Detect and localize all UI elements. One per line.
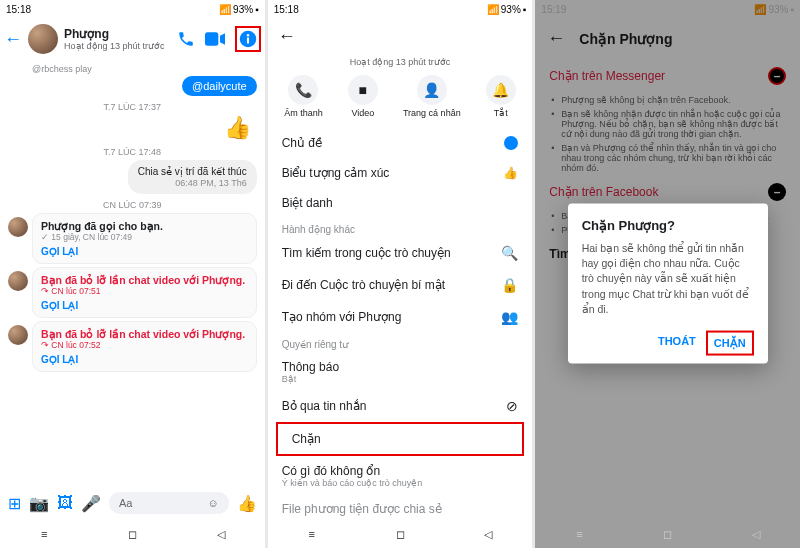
back-nav-icon[interactable]: ◁ bbox=[747, 525, 765, 543]
activity-status: Hoạt động 13 phút trước bbox=[64, 41, 165, 51]
svg-rect-0 bbox=[205, 32, 218, 45]
audio-action[interactable]: 📞Âm thanh bbox=[284, 75, 323, 118]
notif-sub: Bật bbox=[268, 374, 533, 390]
search-icon: 🔍 bbox=[501, 245, 518, 261]
group-icon: 👥 bbox=[501, 309, 518, 325]
camera-icon[interactable]: 📷 bbox=[29, 494, 49, 513]
avatar[interactable] bbox=[28, 24, 58, 54]
avatar-small bbox=[8, 217, 28, 237]
home-icon[interactable]: ◻ bbox=[123, 525, 141, 543]
recents-icon[interactable]: ≡ bbox=[35, 525, 53, 543]
mic-icon[interactable]: 🎤 bbox=[81, 494, 101, 513]
emoji-icon[interactable]: ☺ bbox=[207, 497, 218, 509]
composer: ⊞ 📷 🖼 🎤 Aa ☺ 👍 bbox=[0, 486, 265, 520]
video-call-icon[interactable] bbox=[205, 32, 225, 46]
avatar-small bbox=[8, 325, 28, 345]
android-navbar: ≡ ◻ ◁ bbox=[0, 520, 265, 548]
confirm-dialog: Chặn Phượng? Hai bạn sẽ không thể gửi ti… bbox=[568, 204, 768, 364]
status-bar: 15:18 📶93%▪ bbox=[0, 0, 265, 18]
dialog-title: Chặn Phượng? bbox=[582, 218, 754, 233]
android-navbar: ≡ ◻ ◁ bbox=[535, 520, 800, 548]
avatar-small bbox=[8, 271, 28, 291]
header-title-block[interactable]: Phượng Hoạt động 13 phút trước bbox=[64, 27, 165, 51]
row-secret[interactable]: Đi đến Cuộc trò chuyện bí mật🔒 bbox=[268, 269, 533, 301]
callback-button[interactable]: GỌI LẠI bbox=[41, 246, 248, 257]
status-icons: 📶93%▪ bbox=[219, 4, 259, 15]
row-block[interactable]: Chặn bbox=[276, 422, 525, 456]
video-action[interactable]: ■Video bbox=[348, 75, 378, 118]
info-icon[interactable] bbox=[235, 26, 261, 52]
timestamp: CN LÚC 07:39 bbox=[8, 200, 257, 210]
callback-button[interactable]: GỌI LẠI bbox=[41, 300, 248, 311]
status-bar: 15:18 📶93%▪ bbox=[268, 0, 533, 18]
clock: 15:18 bbox=[6, 4, 31, 15]
timestamp: T.7 LÚC 17:37 bbox=[8, 102, 257, 112]
row-group[interactable]: Tạo nhóm với Phượng👥 bbox=[268, 301, 533, 333]
section-other: Hành động khác bbox=[268, 218, 533, 237]
mute-action[interactable]: 🔔Tắt bbox=[486, 75, 516, 118]
recents-icon[interactable]: ≡ bbox=[570, 525, 588, 543]
row-search[interactable]: Tìm kiếm trong cuộc trò chuyện🔍 bbox=[268, 237, 533, 269]
contact-name: Phượng bbox=[64, 27, 165, 41]
svg-rect-2 bbox=[247, 38, 249, 44]
timestamp: T.7 LÚC 17:48 bbox=[8, 147, 257, 157]
call-icon[interactable] bbox=[177, 30, 195, 48]
row-ignore[interactable]: Bỏ qua tin nhắn⊘ bbox=[268, 390, 533, 422]
missed-card[interactable]: Bạn đã bỏ lỡ lần chat video với Phượng. … bbox=[32, 321, 257, 372]
header: ← bbox=[268, 18, 533, 55]
thumb-icon: 👍 bbox=[14, 115, 251, 141]
cancel-button[interactable]: THOÁT bbox=[652, 331, 702, 356]
quick-actions: 📞Âm thanh ■Video 👤Trang cá nhân 🔔Tắt bbox=[268, 67, 533, 128]
settings-list: Chủ đề Biểu tượng cảm xúc👍 Biệt danh Hàn… bbox=[268, 128, 533, 520]
title-block: Hoạt động 13 phút trước bbox=[268, 57, 533, 67]
row-emoji[interactable]: Biểu tượng cảm xúc👍 bbox=[268, 158, 533, 188]
activity-status: Hoạt động 13 phút trước bbox=[268, 57, 533, 67]
missed-card[interactable]: Bạn đã bỏ lỡ lần chat video với Phượng. … bbox=[32, 267, 257, 318]
chat-header: ← Phượng Hoạt động 13 phút trước bbox=[0, 18, 265, 60]
message-input[interactable]: Aa ☺ bbox=[109, 492, 229, 514]
back-nav-icon[interactable]: ◁ bbox=[479, 525, 497, 543]
profile-action[interactable]: 👤Trang cá nhân bbox=[403, 75, 461, 118]
back-nav-icon[interactable]: ◁ bbox=[212, 525, 230, 543]
section-privacy: Quyền riêng tư bbox=[268, 333, 533, 352]
ignore-icon: ⊘ bbox=[506, 398, 518, 414]
row-report[interactable]: Có gì đó không ổn bbox=[268, 456, 533, 478]
row-nickname[interactable]: Biệt danh bbox=[268, 188, 533, 218]
clock: 15:18 bbox=[274, 4, 299, 15]
mention-chip[interactable]: @dailycute bbox=[182, 76, 257, 96]
callback-button[interactable]: GỌI LẠI bbox=[41, 354, 248, 365]
row-files[interactable]: File phương tiện được chia sẻ bbox=[268, 494, 533, 520]
old-chip: @rbchess play bbox=[32, 64, 257, 74]
gallery-icon[interactable]: 🖼 bbox=[57, 494, 73, 512]
home-icon[interactable]: ◻ bbox=[391, 525, 409, 543]
block-button[interactable]: CHẶN bbox=[706, 331, 754, 356]
like-icon[interactable]: 👍 bbox=[237, 494, 257, 513]
recents-icon[interactable]: ≡ bbox=[303, 525, 321, 543]
android-navbar: ≡ ◻ ◁ bbox=[268, 520, 533, 548]
location-ended: Chia sẻ vị trí đã kết thúc 06:48 PM, 13 … bbox=[128, 160, 257, 194]
back-icon[interactable]: ← bbox=[4, 29, 22, 50]
chat-body: @rbchess play @dailycute T.7 LÚC 17:37 👍… bbox=[0, 60, 265, 486]
lock-icon: 🔒 bbox=[501, 277, 518, 293]
thumb-icon: 👍 bbox=[503, 166, 518, 180]
theme-dot-icon bbox=[504, 136, 518, 150]
dialog-body: Hai bạn sẽ không thể gửi tin nhắn hay gọ… bbox=[582, 241, 754, 317]
report-sub: Ý kiến và báo cáo cuộc trò chuyện bbox=[268, 478, 533, 494]
screen-messenger-chat: 15:18 📶93%▪ ← Phượng Hoạt động 13 phút t… bbox=[0, 0, 265, 548]
row-theme[interactable]: Chủ đề bbox=[268, 128, 533, 158]
back-icon[interactable]: ← bbox=[278, 26, 296, 47]
svg-point-3 bbox=[246, 34, 248, 36]
home-icon[interactable]: ◻ bbox=[659, 525, 677, 543]
apps-icon[interactable]: ⊞ bbox=[8, 494, 21, 513]
screen-chat-settings: 15:18 📶93%▪ ← Hoạt động 13 phút trước 📞Â… bbox=[268, 0, 533, 548]
call-card[interactable]: Phượng đã gọi cho bạn. ✓ 15 giây, CN lúc… bbox=[32, 213, 257, 264]
screen-block: 15:19 📶93%▪ ← Chặn Phượng Chặn trên Mess… bbox=[535, 0, 800, 548]
row-notifications[interactable]: Thông báo bbox=[268, 352, 533, 374]
